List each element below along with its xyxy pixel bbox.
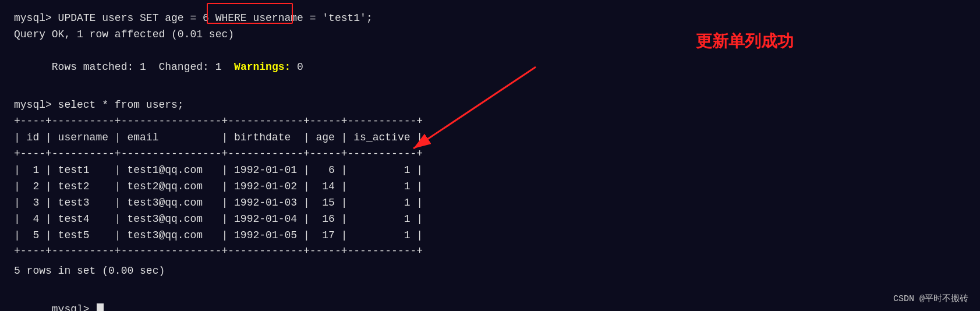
table-border-mid: +----+----------+----------------+------…	[14, 146, 966, 162]
table-row-5: | 5 | test5 | test3@qq.com | 1992-01-05 …	[14, 228, 966, 244]
select-query-line: mysql> select * from users;	[14, 97, 966, 114]
cursor-block	[97, 303, 104, 311]
terminal-window: 更新单列成功 mysql> UPDATE users SET age = 6 W…	[0, 0, 980, 311]
table-border-bottom: +----+----------+----------------+------…	[14, 243, 966, 260]
annotation-label: 更新单列成功	[696, 30, 794, 52]
table-row-3: | 3 | test3 | test3@qq.com | 1992-01-03 …	[14, 195, 966, 211]
rows-matched-text: Rows matched: 1 Changed: 1	[52, 61, 234, 73]
table-header-row: | id | username | email | birthdate | ag…	[14, 130, 966, 146]
update-query-line: mysql> UPDATE users SET age = 6 WHERE us…	[14, 10, 966, 27]
final-prompt-text: mysql>	[52, 303, 96, 311]
table-row-4: | 4 | test4 | test3@qq.com | 1992-01-04 …	[14, 211, 966, 228]
rows-matched-line: Rows matched: 1 Changed: 1 Warnings: 0	[14, 43, 966, 92]
table-border-top: +----+----------+----------------+------…	[14, 114, 966, 130]
table-row-1: | 1 | test1 | test1@qq.com | 1992-01-01 …	[14, 162, 966, 179]
warnings-label: Warnings:	[234, 61, 291, 73]
terminal-content: mysql> UPDATE users SET age = 6 WHERE us…	[14, 10, 966, 311]
warnings-value: 0	[291, 61, 303, 73]
query-ok-line: Query OK, 1 row affected (0.01 sec)	[14, 27, 966, 43]
rows-in-set-line: 5 rows in set (0.00 sec)	[14, 263, 966, 280]
final-prompt-line: mysql>	[14, 285, 966, 311]
table-row-2: | 2 | test2 | test2@qq.com | 1992-01-02 …	[14, 179, 966, 195]
